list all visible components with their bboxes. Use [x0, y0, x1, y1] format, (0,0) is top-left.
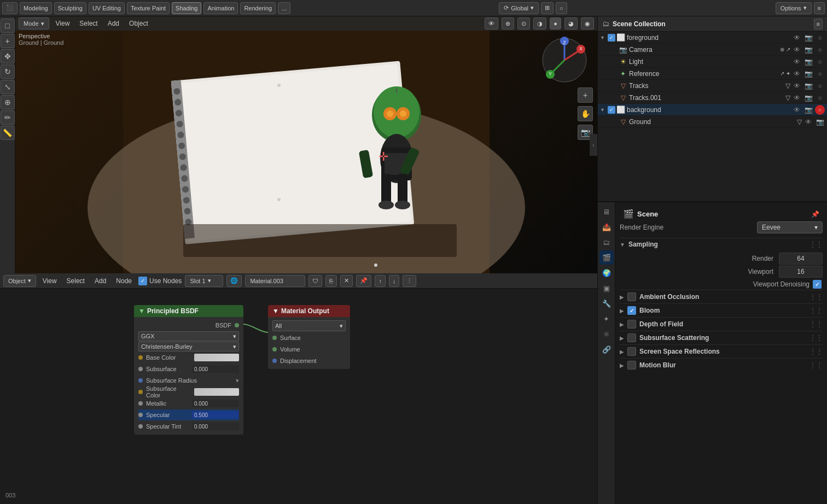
copy-icon[interactable]: ⎘	[325, 275, 337, 287]
shader-node-menu[interactable]: Node	[113, 276, 135, 286]
viewport-select-menu[interactable]: Select	[76, 19, 101, 28]
subsurface-socket[interactable]	[138, 367, 143, 371]
sampling-section-header[interactable]: ▼ Sampling ⋮⋮	[620, 238, 823, 250]
outliner-item-ground[interactable]: ▽ Ground ▽ 👁 📷	[598, 116, 827, 128]
layout-icon[interactable]: ⬛	[2, 2, 18, 14]
ground-cam-icon[interactable]: 📷	[815, 117, 825, 127]
world-properties-tab[interactable]: 🌍	[599, 266, 614, 280]
viewport-view-menu[interactable]: View	[53, 19, 73, 28]
bloom-header[interactable]: ▶ ✓ Bloom ⋮⋮	[620, 303, 823, 317]
subsurface-radius-socket[interactable]	[138, 378, 143, 383]
viewport-samples-value[interactable]: 16	[779, 266, 823, 278]
specular-tint-value[interactable]: 0.000	[192, 423, 239, 430]
light-eye-icon[interactable]: 👁	[792, 57, 802, 67]
sculpting-tab[interactable]: Sculpting	[54, 2, 86, 14]
sss-checkbox[interactable]	[627, 333, 636, 342]
tracks001-render-icon[interactable]: ○	[815, 93, 825, 103]
subsurface-method-dropdown[interactable]: Christensen-Burley ▾	[138, 342, 239, 351]
base-color-socket[interactable]	[138, 355, 143, 360]
particles-tab[interactable]: ✦	[599, 312, 614, 326]
metallic-socket[interactable]	[138, 401, 143, 406]
background-visibility-checkbox[interactable]: ✓	[608, 106, 615, 114]
render-properties-tab[interactable]: 🖥	[599, 204, 614, 219]
ground-eye-icon[interactable]: 👁	[803, 117, 813, 127]
metallic-value[interactable]: 0.000	[192, 400, 239, 407]
annotate-tool[interactable]: ✏	[1, 110, 15, 125]
outliner-item-light[interactable]: ☀ Light 👁 📷 ○	[598, 56, 827, 68]
pin-icon[interactable]: 📌	[356, 275, 371, 287]
subsurface-value[interactable]: 0.000	[192, 365, 239, 373]
camera-eye-icon[interactable]: 👁	[792, 45, 802, 55]
measure-tool[interactable]: 📏	[1, 126, 15, 140]
subsurface-scattering-header[interactable]: ▶ Subsurface Scattering ⋮⋮	[620, 331, 823, 344]
subsurface-color-swatch[interactable]	[194, 388, 239, 396]
scale-tool[interactable]: ⤡	[1, 80, 15, 94]
panel-collapse-btn[interactable]: ‹	[590, 134, 597, 156]
material-dropdown[interactable]: Material.003	[245, 275, 305, 287]
distribution-dropdown[interactable]: GGX ▾	[138, 331, 239, 341]
foreground-visibility-checkbox[interactable]: ✓	[608, 34, 615, 42]
navigation-gizmo[interactable]: Z X Y	[537, 33, 592, 87]
outliner-item-tracks001[interactable]: ▽ Tracks.001 ▽ 👁 📷 ○	[598, 92, 827, 104]
cursor-tool[interactable]: +	[1, 34, 15, 48]
tracks-eye-icon[interactable]: 👁	[792, 81, 802, 91]
ao-checkbox[interactable]	[627, 292, 636, 301]
scene-pin-icon[interactable]: 📌	[811, 210, 819, 218]
tracks001-eye-icon[interactable]: 👁	[792, 93, 802, 103]
base-color-swatch[interactable]	[194, 354, 239, 361]
down-icon[interactable]: ↓	[389, 275, 400, 287]
foreground-eye-icon[interactable]: 👁	[792, 33, 802, 43]
outliner-item-reference[interactable]: ✦ Reference ↗ ✦ 👁 📷 ○	[598, 68, 827, 80]
delete-icon[interactable]: ✕	[340, 275, 353, 287]
target-dropdown[interactable]: All ▾	[272, 320, 346, 331]
surface-input-socket[interactable]	[272, 336, 277, 340]
viewport-object-menu[interactable]: Object	[126, 19, 152, 28]
light-render-icon[interactable]: ○	[815, 57, 825, 67]
shader-add-menu[interactable]: Add	[91, 276, 109, 286]
shader-context-dropdown[interactable]: Object▾	[3, 275, 36, 287]
outliner-item-tracks[interactable]: ▽ Tracks ▽ 👁 📷 ○	[598, 80, 827, 92]
subsurface-color-socket[interactable]	[138, 390, 143, 394]
filter-icon[interactable]: ≡	[814, 2, 825, 14]
rendering-tab[interactable]: Rendering	[240, 2, 276, 14]
transform-tool[interactable]: ⊕	[1, 95, 15, 109]
reference-eye-icon[interactable]: 👁	[792, 69, 802, 79]
foreground-render-icon[interactable]: ○	[815, 33, 825, 43]
viewport-xray-icon[interactable]: ◑	[533, 17, 546, 30]
use-nodes-toggle[interactable]: ✓ Use Nodes	[138, 277, 182, 285]
shader-view-menu[interactable]: View	[39, 276, 60, 286]
modeling-tab[interactable]: Modeling	[20, 2, 52, 14]
texture-paint-tab[interactable]: Texture Paint	[127, 2, 170, 14]
outliner-item-foreground[interactable]: ▼ ✓ ⬜ foreground 👁 📷 ○	[598, 32, 827, 44]
background-eye-icon[interactable]: 👁	[792, 105, 802, 115]
tracks001-cam-icon[interactable]: 📷	[803, 93, 813, 103]
ssr-checkbox[interactable]	[627, 347, 636, 356]
viewport-denoising-checkbox[interactable]: ✓	[813, 280, 822, 289]
shader-canvas[interactable]: ▼ Principled BSDF BSDF GGX ▾	[0, 289, 597, 504]
shader-select-menu[interactable]: Select	[63, 276, 88, 286]
view-layer-tab[interactable]: 🗂	[599, 235, 614, 249]
tracks-cam-icon[interactable]: 📷	[803, 81, 813, 91]
modifier-tab[interactable]: 🔧	[599, 296, 614, 310]
more-icon[interactable]: ⋮	[403, 275, 416, 287]
motion-blur-header[interactable]: ▶ Motion Blur ⋮⋮	[620, 358, 823, 372]
foreground-camera-icon[interactable]: 📷	[803, 33, 813, 43]
outliner-item-background[interactable]: ▼ ✓ ⬜ background 👁 📷 ○	[598, 104, 827, 116]
material-output-node[interactable]: ▼ Material Output All ▾ Surface	[268, 305, 350, 369]
background-cam-icon[interactable]: 📷	[803, 105, 813, 115]
viewport-add-menu[interactable]: Add	[104, 19, 123, 28]
slot-dropdown[interactable]: Slot 1▾	[185, 275, 223, 287]
viewport-solid-icon[interactable]: ●	[550, 17, 561, 30]
bloom-checkbox[interactable]: ✓	[627, 306, 636, 315]
output-properties-tab[interactable]: 📤	[599, 220, 614, 234]
dof-checkbox[interactable]	[627, 320, 636, 329]
render-engine-dropdown[interactable]: Eevee ▾	[757, 221, 823, 233]
rotate-tool[interactable]: ↻	[1, 65, 15, 79]
proportional-icon[interactable]: ○	[556, 2, 567, 14]
tracks-render-icon[interactable]: ○	[815, 81, 825, 91]
viewport-mode-dropdown[interactable]: Mode ▾	[19, 17, 49, 30]
material-icon-btn[interactable]: 🌐	[226, 275, 242, 287]
zoom-in-btn[interactable]: +	[578, 87, 593, 103]
outliner-filter-btn[interactable]: ≡	[814, 19, 823, 30]
physics-tab[interactable]: ⚛	[599, 327, 614, 341]
